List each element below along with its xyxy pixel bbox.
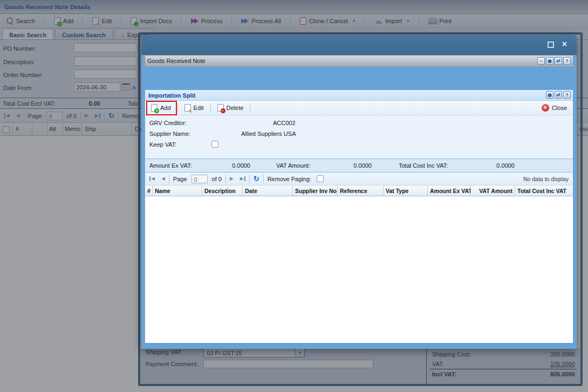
column-reference[interactable]: Reference: [338, 185, 384, 196]
importation-split-header: Importation Split ◉ ⇄ ?: [145, 90, 573, 101]
first-page-icon[interactable]: ◀: [149, 176, 155, 181]
collapse-icon[interactable]: −: [537, 57, 545, 65]
amount-ex-vat-label: Amount Ex VAT:: [149, 162, 192, 169]
help-icon[interactable]: ?: [563, 57, 571, 65]
split-grid-body[interactable]: [145, 196, 573, 343]
split-close-button[interactable]: × Close: [539, 103, 570, 113]
supplier-name-value: Allied Suppliers USA: [241, 130, 296, 137]
split-delete-button[interactable]: Delete: [215, 103, 247, 113]
split-edit-label: Edit: [194, 105, 204, 111]
importation-split-toolbar: Add Edit Delete × Close: [145, 101, 573, 115]
importation-split-form: GRV Creditor: ACC002 Supplier Name: Alli…: [145, 115, 573, 159]
add-icon: [151, 104, 158, 112]
amounts-summary-row: Amount Ex VAT: 0.0000 VAT Amount: 0.0000…: [145, 159, 573, 173]
column-vat-amount[interactable]: VAT Amount: [471, 185, 515, 196]
sphere-icon[interactable]: ◉: [546, 57, 553, 65]
maximize-icon[interactable]: [548, 42, 554, 48]
keep-vat-checkbox[interactable]: [211, 141, 218, 148]
importation-split-panel: Importation Split ◉ ⇄ ? Add Edit: [145, 90, 573, 343]
last-page-icon[interactable]: ▶: [240, 176, 245, 181]
prev-page-icon[interactable]: ◀: [161, 176, 165, 181]
column-name[interactable]: Name: [153, 185, 202, 196]
modal-title: Goods Received Note: [147, 58, 206, 64]
goods-received-note-modal: × Goods Received Note − ◉ ⇄ ? Importatio…: [141, 35, 577, 349]
supplier-name-label: Supplier Name:: [149, 130, 190, 137]
refresh-swap-icon[interactable]: ⇄: [555, 57, 562, 65]
importation-split-title: Importation Split: [148, 92, 195, 99]
modal-header-bar: Goods Received Note − ◉ ⇄ ?: [145, 55, 573, 67]
column-description[interactable]: Description: [202, 185, 243, 196]
vat-amount-value: 0.0000: [331, 162, 372, 169]
refresh-swap-icon[interactable]: ⇄: [555, 91, 562, 99]
split-edit-button[interactable]: Edit: [182, 103, 207, 113]
column-total-cost-inc-vat[interactable]: Total Cost Inc VAT: [515, 185, 573, 196]
grv-creditor-value: ACC002: [273, 120, 296, 126]
remove-paging-checkbox[interactable]: [317, 175, 324, 182]
grv-creditor-label: GRV Creditor:: [149, 120, 187, 126]
page-number-input[interactable]: 0: [192, 175, 208, 183]
column-supplier-inv-no[interactable]: Supplier Inv No: [293, 185, 338, 196]
close-red-icon: ×: [542, 104, 549, 112]
sphere-icon[interactable]: ◉: [546, 91, 553, 99]
column-date[interactable]: Date: [243, 185, 293, 196]
close-icon[interactable]: ×: [562, 40, 567, 49]
amount-ex-vat-value: 0.0000: [210, 162, 250, 169]
modal-title-strip: ×: [141, 35, 577, 55]
split-delete-label: Delete: [227, 105, 244, 111]
keep-vat-label: Keep VAT:: [149, 141, 176, 148]
next-page-icon[interactable]: ▶: [230, 176, 234, 181]
page-label: Page: [173, 176, 187, 182]
screen: Goods Received Note Details Search Add E…: [0, 0, 588, 392]
no-data-message: No data to display: [523, 176, 569, 182]
help-icon[interactable]: ?: [563, 91, 571, 99]
refresh-icon[interactable]: ↻: [254, 175, 259, 182]
delete-icon: [217, 104, 224, 112]
page-count-label: of 0: [212, 176, 222, 182]
column-amount-ex-vat[interactable]: Amount Ex VAT: [428, 185, 471, 196]
column-number[interactable]: #: [145, 185, 153, 196]
split-paging-toolbar: ◀ ◀ Page 0 of 0 ▶ ▶ ↻ Remove Paging: No …: [145, 173, 573, 185]
split-close-label: Close: [552, 105, 567, 111]
edit-icon: [184, 104, 191, 112]
split-grid-header: # Name Description Date Supplier Inv No …: [145, 185, 573, 196]
remove-paging-label: Remove Paging:: [268, 176, 311, 182]
vat-amount-label: VAT Amount:: [276, 162, 310, 169]
column-vat-type[interactable]: Vat Type: [384, 185, 428, 196]
total-cost-inc-vat-label: Total Cost Inc VAT:: [399, 162, 448, 169]
total-cost-inc-vat-value: 0.0000: [474, 162, 515, 169]
